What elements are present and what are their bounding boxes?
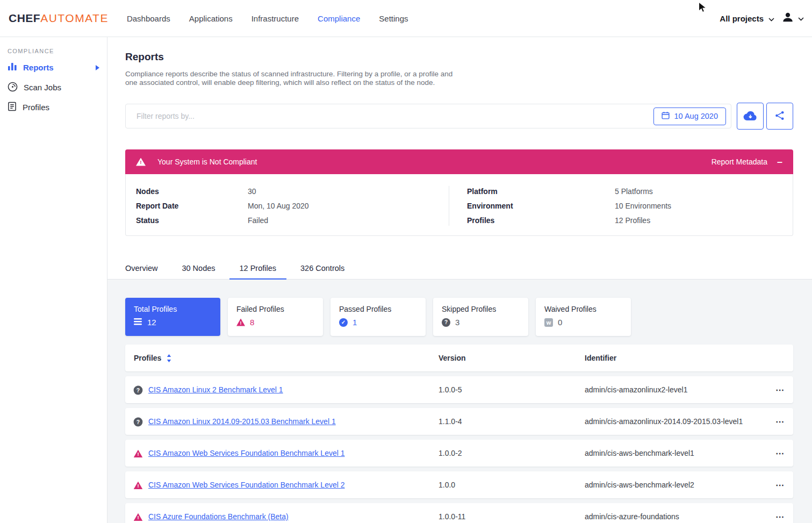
sidebar-item-scan-jobs[interactable]: Scan Jobs [0, 77, 107, 97]
profile-link[interactable]: CIS Amazon Linux 2014.09-2015.03 Benchma… [148, 417, 439, 426]
warning-triangle-icon: ! [134, 513, 143, 521]
projects-dropdown-label: All projects [720, 14, 764, 23]
sidebar-item-profiles[interactable]: Profiles [0, 97, 107, 117]
filter-reports-input[interactable] [136, 112, 653, 120]
list-icon [134, 318, 142, 327]
metadata-row: Nodes 30 [136, 184, 449, 198]
table-row: ? ! CIS Amazon Linux 2 Benchmark Level 1… [125, 376, 793, 403]
profile-identifier: admin/cis-azure-foundations [585, 512, 766, 521]
warning-triangle-icon: ! [134, 482, 143, 490]
sidebar-item-reports[interactable]: Reports [0, 58, 107, 77]
metadata-label: Platform [467, 187, 615, 196]
table-row: ? ! CIS Amazon Linux 2014.09-2015.03 Ben… [125, 408, 793, 435]
column-header-identifier: Identifier [585, 354, 766, 362]
table-row: ? ! CIS Azure Foundations Benchmark (Bet… [125, 503, 793, 523]
profile-version: 1.1.0-4 [439, 417, 585, 426]
banner-message: Your System is Not Compliant [157, 157, 257, 166]
tab-profiles[interactable]: 12 Profiles [229, 257, 287, 279]
nav-settings[interactable]: Settings [379, 14, 408, 23]
metadata-label: Environment [467, 202, 615, 210]
metadata-row: Report Date Mon, 10 Aug 2020 [136, 198, 449, 213]
question-circle-icon: ? [134, 418, 143, 427]
chevron-down-icon [798, 13, 804, 23]
metadata-value: Mon, 10 Aug 2020 [248, 202, 309, 210]
share-icon [775, 111, 785, 122]
waived-profiles-card[interactable]: Waived Profiles w 0 [536, 298, 631, 336]
not-compliant-banner: ! Your System is Not Compliant Report Me… [125, 149, 793, 174]
profile-link[interactable]: CIS Amazon Web Services Foundation Bench… [148, 449, 439, 457]
profile-version: 1.0.0 [439, 481, 585, 489]
tab-overview[interactable]: Overview [115, 257, 168, 279]
page-title: Reports [125, 51, 793, 63]
failed-profiles-card[interactable]: Failed Profiles ! 8 [228, 298, 323, 336]
document-icon [8, 102, 17, 113]
sort-arrows-icon[interactable] [167, 354, 171, 362]
share-report-button[interactable] [766, 103, 793, 130]
caret-right-icon[interactable] [95, 63, 99, 72]
table-row: ? ! CIS Amazon Web Services Foundation B… [125, 440, 793, 467]
row-menu-button[interactable]: ⋯ [766, 385, 785, 395]
row-menu-button[interactable]: ⋯ [766, 417, 785, 427]
metadata-label: Profiles [467, 216, 615, 225]
cloud-download-icon [743, 110, 758, 123]
chef-automate-logo[interactable]: CHEFAUTOMATE [9, 12, 109, 25]
chevron-down-icon [768, 14, 774, 23]
nav-infrastructure[interactable]: Infrastructure [251, 14, 299, 23]
column-header-version: Version [439, 354, 585, 362]
row-menu-button[interactable]: ⋯ [766, 480, 785, 490]
card-count: 8 [250, 318, 254, 327]
sidebar: COMPLIANCE Reports Scan Jobs Profiles [0, 37, 107, 523]
passed-profiles-card[interactable]: Passed Profiles ✓ 1 [330, 298, 426, 336]
row-menu-button[interactable]: ⋯ [766, 448, 785, 458]
logo-automate-text: AUTOMATE [40, 12, 109, 25]
tab-controls[interactable]: 326 Controls [290, 257, 355, 279]
warning-triangle-icon: ! [236, 319, 245, 326]
profile-link[interactable]: CIS Amazon Web Services Foundation Bench… [148, 481, 439, 489]
metadata-value: 5 Platforms [615, 187, 653, 196]
metadata-row: Environment 10 Environments [467, 198, 793, 213]
question-circle-icon: ? [442, 318, 450, 327]
metadata-value: 10 Environments [615, 202, 671, 210]
warning-triangle-icon: ! [134, 450, 143, 458]
metadata-row: Platform 5 Platforms [467, 184, 793, 198]
metadata-label: Report Date [136, 202, 248, 210]
nav-dashboards[interactable]: Dashboards [127, 14, 170, 23]
card-count: 3 [455, 318, 459, 327]
check-circle-icon: ✓ [339, 318, 348, 327]
tab-nodes[interactable]: 30 Nodes [171, 257, 225, 279]
sidebar-section-label: COMPLIANCE [0, 48, 107, 58]
metadata-row: Profiles 12 Profiles [467, 213, 793, 227]
card-count: 1 [353, 318, 357, 327]
filter-bar: 10 Aug 2020 [125, 104, 731, 128]
nav-compliance[interactable]: Compliance [318, 14, 360, 23]
calendar-icon [662, 111, 670, 121]
nav-applications[interactable]: Applications [189, 14, 233, 23]
profile-link[interactable]: CIS Azure Foundations Benchmark (Beta) [148, 512, 439, 521]
date-picker-button[interactable]: 10 Aug 2020 [653, 108, 726, 125]
metadata-row: Status Failed [136, 213, 449, 227]
card-label: Skipped Profiles [442, 305, 520, 313]
profile-version: 1.0.0-2 [439, 449, 585, 457]
collapse-minus-icon[interactable]: – [777, 157, 782, 167]
report-metadata-panel: Nodes 30 Report Date Mon, 10 Aug 2020 St… [125, 174, 793, 236]
card-label: Waived Profiles [544, 305, 622, 313]
card-label: Total Profiles [134, 305, 212, 313]
report-metadata-toggle[interactable]: Report Metadata [712, 157, 767, 166]
logo-chef-text: CHEF [9, 12, 40, 25]
column-header-profiles[interactable]: Profiles [134, 354, 161, 362]
profile-status-cards: Total Profiles 12 Failed Profiles ! 8 Pa… [125, 298, 793, 336]
download-report-button[interactable] [737, 103, 764, 130]
skipped-profiles-card[interactable]: Skipped Profiles ? 3 [433, 298, 528, 336]
projects-dropdown[interactable]: All projects [720, 14, 774, 23]
row-menu-button[interactable]: ⋯ [766, 512, 785, 522]
user-menu[interactable] [782, 11, 804, 25]
bar-chart-icon [8, 62, 17, 73]
metadata-label: Status [136, 216, 248, 225]
card-count: 12 [147, 318, 156, 327]
profile-link[interactable]: CIS Amazon Linux 2 Benchmark Level 1 [148, 385, 439, 394]
sidebar-item-label: Scan Jobs [24, 83, 99, 92]
metadata-label: Nodes [136, 187, 248, 196]
question-circle-icon: ? [134, 386, 143, 395]
sidebar-item-label: Profiles [23, 103, 99, 112]
total-profiles-card[interactable]: Total Profiles 12 [125, 298, 220, 336]
